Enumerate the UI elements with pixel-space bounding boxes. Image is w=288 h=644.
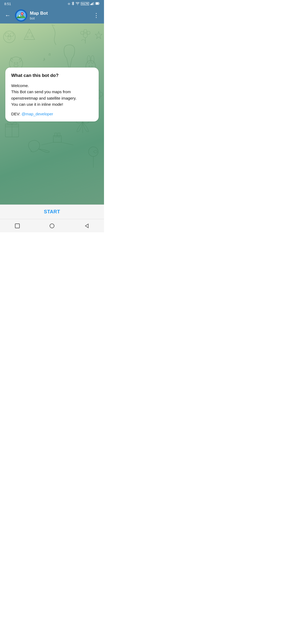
svg-point-12 [22, 13, 23, 14]
svg-point-25 [87, 31, 90, 34]
status-icons: ⊖ VoLTE [68, 2, 100, 6]
svg-point-36 [87, 56, 90, 64]
svg-rect-6 [96, 3, 99, 5]
status-bar: 8:51 ⊖ VoLTE [0, 0, 104, 7]
svg-point-16 [8, 37, 11, 40]
svg-line-50 [61, 142, 73, 145]
svg-line-49 [41, 142, 53, 145]
svg-point-13 [3, 31, 15, 43]
svg-rect-48 [58, 133, 60, 137]
bot-status: bot [30, 16, 89, 20]
svg-point-23 [83, 33, 87, 38]
svg-point-26 [84, 29, 87, 33]
bot-info: Map Bot bot [30, 11, 89, 20]
svg-point-38 [89, 66, 90, 67]
bluetooth-icon [71, 2, 74, 6]
wifi-icon [76, 2, 79, 6]
svg-rect-63 [15, 224, 19, 228]
time: 8:51 [4, 2, 11, 6]
svg-rect-1 [91, 3, 92, 5]
svg-text:♫: ♫ [48, 52, 51, 56]
message-container: What can this bot do? Welcome. This Bot … [5, 68, 99, 121]
avatar-icon [16, 11, 26, 20]
square-icon [14, 223, 21, 229]
battery-icon [95, 2, 100, 5]
bubble-title: What can this bot do? [11, 73, 93, 78]
circle-icon [49, 223, 55, 229]
avatar [15, 9, 27, 22]
chat-header: ← Map Bot bot ⋮ [0, 7, 104, 23]
svg-point-21 [27, 36, 28, 38]
svg-point-24 [81, 31, 84, 34]
svg-rect-4 [94, 2, 94, 5]
nav-home-button[interactable] [46, 221, 58, 231]
more-menu-button[interactable]: ⋮ [92, 11, 101, 20]
svg-marker-28 [95, 32, 102, 39]
nav-bar [0, 219, 104, 232]
minus-icon: ⊖ [68, 2, 70, 6]
back-triangle-icon [83, 223, 90, 229]
signal-icon [90, 2, 94, 6]
svg-rect-47 [55, 133, 57, 137]
dev-link[interactable]: @map_developer [22, 112, 53, 116]
bubble-body: Welcome. This Bot can send you maps from… [11, 83, 93, 107]
nav-back-button[interactable] [80, 221, 93, 231]
svg-text:♪: ♪ [43, 56, 45, 62]
back-button[interactable]: ← [3, 11, 12, 20]
svg-point-30 [14, 62, 15, 64]
bot-name: Map Bot [30, 11, 89, 16]
start-bar[interactable]: START [0, 205, 104, 219]
svg-point-64 [50, 224, 54, 228]
volte-icon: VoLTE [81, 2, 89, 5]
svg-rect-3 [93, 2, 94, 5]
svg-rect-7 [16, 11, 26, 20]
svg-rect-2 [92, 3, 93, 5]
svg-point-31 [17, 62, 18, 64]
svg-point-15 [10, 33, 14, 37]
svg-point-14 [5, 33, 9, 37]
svg-point-37 [91, 56, 94, 64]
svg-point-39 [91, 66, 93, 67]
svg-rect-0 [90, 4, 91, 5]
svg-marker-65 [85, 224, 88, 228]
dev-label: DEV: [11, 112, 20, 116]
start-button[interactable]: START [44, 209, 60, 215]
svg-point-20 [29, 32, 30, 34]
nav-square-button[interactable] [11, 221, 24, 231]
svg-point-32 [14, 64, 18, 67]
svg-point-22 [31, 36, 33, 37]
bubble-dev: DEV: @map_developer [11, 112, 93, 116]
svg-marker-19 [24, 29, 35, 40]
message-bubble: What can this bot do? Welcome. This Bot … [5, 68, 99, 121]
chat-background: ♪ ♫ [0, 23, 104, 205]
